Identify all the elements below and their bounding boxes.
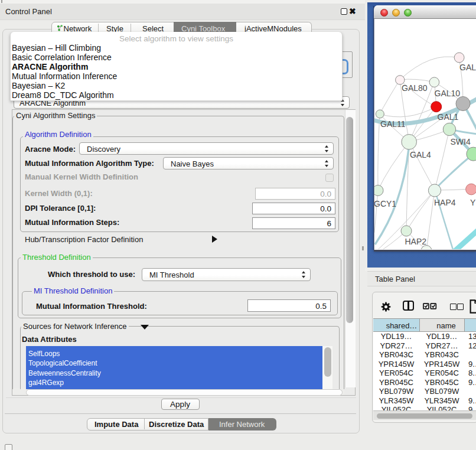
svg-text:GAL7: GAL7 bbox=[459, 63, 476, 72]
svg-text:GCY1: GCY1 bbox=[374, 199, 396, 208]
svg-text:GAL1: GAL1 bbox=[438, 112, 459, 122]
svg-text:GAL4: GAL4 bbox=[410, 150, 431, 159]
svg-text:GAL11: GAL11 bbox=[380, 119, 406, 129]
svg-text:HAP2: HAP2 bbox=[405, 237, 427, 246]
svg-text:HAP4: HAP4 bbox=[434, 198, 456, 207]
svg-text:GAL10: GAL10 bbox=[435, 89, 461, 98]
svg-text:GAL80: GAL80 bbox=[402, 83, 428, 93]
svg-text:SWI4: SWI4 bbox=[451, 137, 471, 146]
svg-text:Y: Y bbox=[470, 198, 476, 207]
